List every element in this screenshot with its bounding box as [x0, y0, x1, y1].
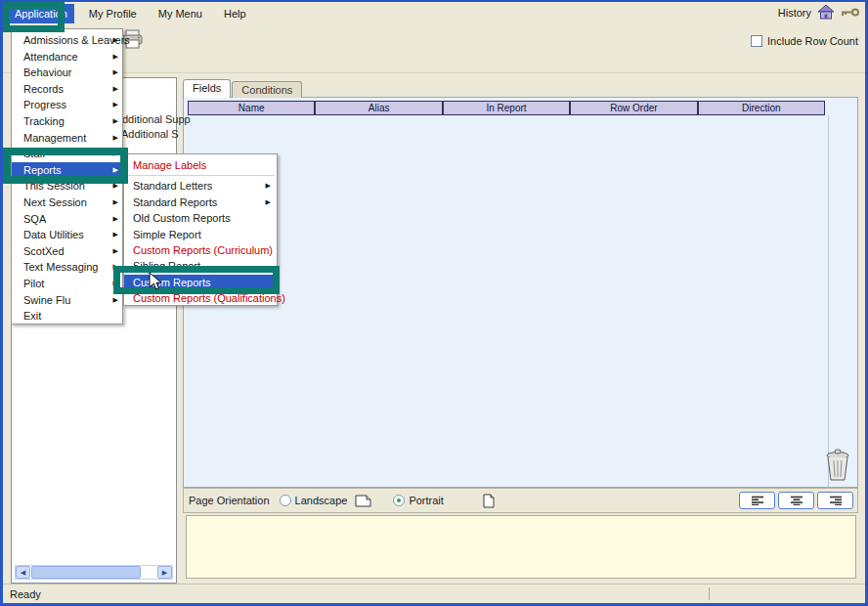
- page-orientation-label: Page Orientation: [189, 495, 270, 506]
- submenu-item-old-custom-reports[interactable]: Old Custom Reports: [124, 210, 277, 226]
- status-bar-divider: [709, 587, 710, 600]
- menu-item-scotxed[interactable]: ScotXed▶: [12, 243, 122, 260]
- menu-item-data-utilities[interactable]: Data Utilities▶: [12, 227, 122, 243]
- menu-item-sqa[interactable]: SQA▶: [12, 211, 122, 228]
- column-header-direction[interactable]: Direction: [699, 102, 824, 114]
- submenu-item-custom-reports[interactable]: Custom Reports: [124, 275, 277, 290]
- menu-item-exit[interactable]: Exit: [12, 308, 122, 325]
- trash-icon[interactable]: [824, 447, 851, 482]
- menu-item-tracking[interactable]: Tracking▶: [12, 113, 122, 130]
- scroll-left-icon[interactable]: ◀: [16, 566, 30, 579]
- landscape-label[interactable]: Landscape: [295, 495, 348, 506]
- landscape-radio[interactable]: [280, 495, 291, 506]
- tree-item[interactable]: Additional S: [121, 128, 179, 140]
- menubar-item-application[interactable]: Application: [8, 4, 74, 23]
- header-preview-area: [186, 515, 856, 579]
- menu-item-label: Staff: [23, 148, 45, 159]
- application-menu: Admissions & Leavers▶Attendance▶Behaviou…: [11, 28, 123, 325]
- app-window: ApplicationMy ProfileMy MenuHelp History: [0, 0, 868, 606]
- column-header-in-report[interactable]: In Report: [444, 102, 571, 114]
- menu-item-label: ScotXed: [23, 245, 65, 257]
- menu-item-attendance[interactable]: Attendance▶: [12, 49, 122, 65]
- align-left-button[interactable]: [739, 492, 775, 509]
- home-icon[interactable]: [817, 5, 835, 20]
- submenu-item-standard-letters[interactable]: Standard Letters▶: [124, 178, 277, 194]
- menu-item-records[interactable]: Records▶: [12, 81, 122, 98]
- submenu-arrow-icon: ▶: [113, 162, 118, 179]
- tab-conditions[interactable]: Conditions: [232, 81, 302, 98]
- menu-item-progress[interactable]: Progress▶: [12, 97, 122, 113]
- submenu-arrow-icon: ▶: [113, 65, 118, 81]
- reports-submenu: Manage LabelsStandard Letters▶Standard R…: [123, 153, 278, 306]
- menubar-item-help[interactable]: Help: [217, 4, 253, 23]
- include-row-count-checkbox[interactable]: [751, 35, 762, 47]
- tab-strip: Fields Conditions: [183, 79, 303, 98]
- submenu-arrow-icon: ▶: [113, 97, 118, 113]
- landscape-page-icon: [355, 495, 371, 507]
- history-label[interactable]: History: [778, 7, 811, 19]
- submenu-arrow-icon: ▶: [113, 259, 118, 276]
- submenu-arrow-icon: ▶: [266, 178, 271, 194]
- include-row-count-label: Include Row Count: [767, 35, 858, 47]
- align-right-icon: [829, 496, 843, 505]
- submenu-item-standard-reports[interactable]: Standard Reports▶: [124, 195, 277, 210]
- submenu-arrow-icon: ▶: [113, 81, 118, 98]
- menu-item-next-session[interactable]: Next Session▶: [12, 195, 122, 211]
- alignment-buttons: [739, 492, 853, 509]
- submenu-item-sibling-report[interactable]: Sibling Report: [124, 258, 277, 274]
- menu-item-label: Exit: [23, 310, 41, 322]
- horizontal-scrollbar[interactable]: ◀ ▶: [15, 565, 173, 580]
- align-center-button[interactable]: [778, 492, 814, 509]
- scrollbar-track[interactable]: [141, 566, 157, 579]
- menu-item-text-messaging[interactable]: Text Messaging▶: [12, 259, 122, 276]
- column-header-name[interactable]: Name: [189, 102, 316, 114]
- menubar-item-my-menu[interactable]: My Menu: [152, 4, 209, 23]
- submenu-item-label: Standard Reports: [133, 196, 217, 208]
- menu-item-label: Attendance: [23, 51, 78, 63]
- menubar-item-my-profile[interactable]: My Profile: [82, 4, 144, 23]
- tab-fields[interactable]: Fields: [183, 79, 231, 98]
- submenu-item-custom-reports-qualifications[interactable]: Custom Reports (Qualifications): [124, 290, 277, 306]
- key-icon[interactable]: [841, 8, 859, 17]
- column-header-alias[interactable]: Alias: [316, 102, 443, 114]
- submenu-item-custom-reports-curriculum[interactable]: Custom Reports (Curriculum): [124, 242, 277, 258]
- menu-item-swine-flu[interactable]: Swine Flu▶: [12, 292, 122, 309]
- align-right-button[interactable]: [817, 492, 853, 509]
- status-text: Ready: [10, 588, 41, 600]
- submenu-arrow-icon: ▶: [113, 292, 118, 309]
- submenu-arrow-icon: ▶: [113, 130, 118, 147]
- scroll-right-icon[interactable]: ▶: [157, 566, 172, 579]
- menu-item-management[interactable]: Management▶: [12, 130, 122, 147]
- menu-item-label: Tracking: [23, 115, 65, 127]
- tree-item[interactable]: dditional Supp: [122, 113, 191, 125]
- portrait-label[interactable]: Portrait: [409, 495, 443, 506]
- grid-gutter-divider: [828, 115, 829, 487]
- submenu-arrow-icon: ▶: [113, 32, 118, 49]
- menu-item-reports[interactable]: Reports▶: [12, 162, 122, 179]
- submenu-item-label: Custom Reports: [133, 277, 210, 288]
- submenu-arrow-icon: ▶: [113, 227, 118, 243]
- status-bar: Ready: [3, 584, 865, 603]
- menu-separator: [126, 173, 275, 176]
- menu-item-admissions-leavers[interactable]: Admissions & Leavers▶: [12, 32, 122, 49]
- menu-item-label: SQA: [23, 213, 46, 225]
- menu-item-staff[interactable]: Staff▶: [12, 146, 122, 162]
- toolbar: Include Row Count: [3, 25, 865, 73]
- submenu-arrow-icon: ▶: [113, 49, 118, 65]
- submenu-arrow-icon: ▶: [113, 178, 118, 195]
- portrait-radio[interactable]: [393, 495, 405, 506]
- scrollbar-thumb[interactable]: [31, 566, 141, 579]
- menu-item-label: Reports: [23, 164, 62, 176]
- menu-item-behaviour[interactable]: Behaviour▶: [12, 65, 122, 81]
- submenu-arrow-icon: ▶: [266, 195, 271, 210]
- submenu-item-simple-report[interactable]: Simple Report: [124, 227, 277, 242]
- grid-header-row: NameAliasIn ReportRow OrderDirection: [188, 101, 825, 115]
- submenu-arrow-icon: ▶: [113, 243, 118, 260]
- menu-item-label: Next Session: [23, 196, 87, 208]
- menu-item-pilot[interactable]: Pilot▶: [12, 276, 122, 292]
- column-header-row-order[interactable]: Row Order: [571, 102, 698, 114]
- include-row-count: Include Row Count: [751, 35, 858, 47]
- submenu-item-label: Standard Letters: [133, 180, 212, 192]
- submenu-item-manage-labels[interactable]: Manage Labels: [124, 157, 277, 173]
- menu-item-this-session[interactable]: This Session▶: [12, 178, 122, 195]
